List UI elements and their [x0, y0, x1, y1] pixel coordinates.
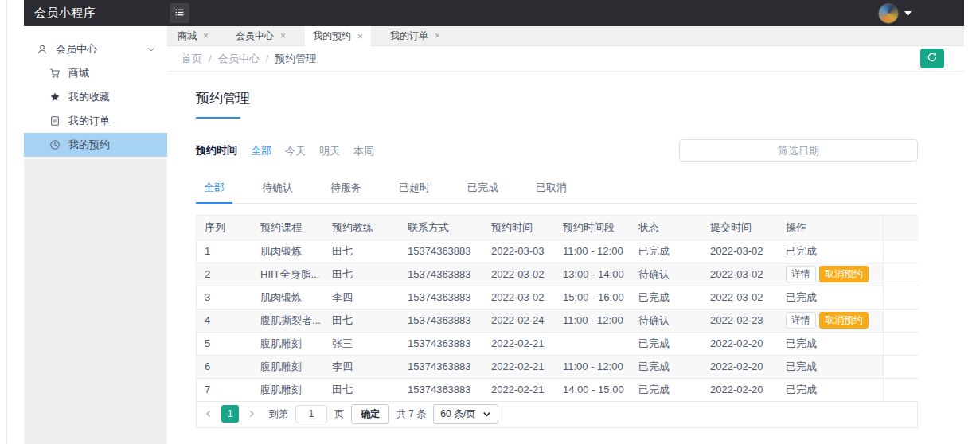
cell-status: 已完成	[631, 378, 702, 401]
page-edge-divider	[6, 0, 7, 444]
cell-status: 已完成	[631, 240, 702, 263]
refresh-button[interactable]	[920, 49, 944, 68]
cell-filler	[883, 263, 919, 286]
status-tab-0[interactable]: 全部	[196, 174, 232, 204]
cell-course: 腹肌雕刻	[252, 355, 324, 378]
page-size-select[interactable]: 60 条/页	[433, 404, 498, 424]
sidebar-toggle-button[interactable]	[170, 3, 189, 23]
main-area: 商城×会员中心×我的预约×我的订单× 首页/会员中心/预约管理 预约管理	[167, 26, 964, 444]
sidebar-item-3[interactable]: 我的订单	[24, 109, 167, 133]
tab-3[interactable]: 我的订单×	[382, 26, 448, 45]
column-header-6: 状态	[631, 216, 702, 240]
sidebar-item-0[interactable]: 会员中心	[24, 37, 167, 61]
cell-coach: 田七	[324, 240, 400, 263]
cell-course: 肌肉锻炼	[252, 286, 324, 309]
chevron-down-icon	[146, 45, 156, 54]
status-tab-2[interactable]: 待服务	[322, 174, 369, 204]
sidebar-item-label: 我的订单	[68, 114, 110, 128]
breadcrumb-item-0[interactable]: 首页	[182, 52, 202, 66]
status-tab-3[interactable]: 已超时	[391, 174, 438, 204]
avatar[interactable]	[878, 3, 899, 24]
tab-close-icon[interactable]: ×	[203, 31, 209, 41]
prev-page-button[interactable]	[203, 405, 214, 423]
tab-close-icon[interactable]: ×	[435, 31, 440, 41]
refresh-icon	[927, 52, 938, 65]
cell-date: 2022-02-21	[483, 332, 555, 355]
cell-status: 已完成	[631, 332, 702, 355]
column-header-5: 预约时间段	[555, 216, 631, 240]
cell-phone: 15374363883	[400, 263, 483, 286]
tab-0[interactable]: 商城×	[170, 26, 217, 45]
page-content: 预约管理 预约时间 全部今天明天本周 全部待确认待服务已超时已完成已取消 序列预…	[167, 72, 964, 444]
cell-status: 已完成	[631, 355, 702, 378]
sidebar-item-2[interactable]: 我的收藏	[24, 85, 167, 109]
cell-coach: 张三	[324, 332, 400, 355]
table-header-row: 序列预约课程预约教练联系方式预约时间预约时间段状态提交时间操作	[197, 216, 919, 240]
screen: 会员小程序 会员中心商城我的收藏我的订单我的预约 商城×会员中心×我的预约×我的…	[0, 0, 980, 444]
cell-filler	[883, 286, 919, 309]
column-header-2: 预约教练	[324, 216, 400, 240]
cell-submit-time: 2022-02-20	[702, 332, 778, 355]
breadcrumb: 首页/会员中心/预约管理	[182, 52, 316, 66]
cancel-booking-button[interactable]: 取消预约	[819, 312, 869, 329]
time-filter-label: 预约时间	[196, 143, 237, 158]
tab-label: 我的订单	[390, 29, 428, 43]
sidebar-item-1[interactable]: 商城	[24, 61, 167, 85]
cell-seq: 5	[197, 332, 252, 355]
cell-phone: 15374363883	[400, 240, 483, 263]
status-tab-4[interactable]: 已完成	[459, 174, 506, 204]
table-row-2: 2HIIT全身脂...田七153743638832022-03-0213:00 …	[197, 263, 919, 286]
sidebar-item-label: 商城	[68, 66, 89, 80]
detail-button[interactable]: 详情	[786, 312, 816, 329]
tab-2[interactable]: 我的预约×	[305, 26, 371, 46]
cell-operation: 详情取消预约删除	[778, 263, 883, 286]
page-jump-input[interactable]	[295, 405, 327, 423]
time-filter-option-1[interactable]: 今天	[285, 145, 306, 157]
cell-operation: 已完成	[778, 286, 883, 309]
cell-date: 2022-02-24	[483, 309, 555, 332]
time-filter-option-3[interactable]: 本周	[353, 145, 374, 157]
cell-coach: 李四	[324, 286, 400, 309]
column-header-0: 序列	[197, 216, 252, 240]
table-row-1: 1肌肉锻炼田七153743638832022-03-0311:00 - 12:0…	[197, 240, 919, 263]
page-unit-label: 页	[334, 407, 344, 421]
confirm-button[interactable]: 确定	[351, 404, 389, 424]
cell-phone: 15374363883	[400, 332, 483, 355]
page-number-button[interactable]: 1	[221, 405, 239, 423]
time-filter-option-2[interactable]: 明天	[319, 145, 340, 157]
cart-icon	[49, 68, 61, 80]
page-title: 预约管理	[196, 89, 918, 107]
column-header-filler	[883, 216, 919, 240]
clock-icon	[49, 139, 61, 151]
tab-close-icon[interactable]: ×	[357, 32, 363, 41]
cell-timeslot: 11:00 - 12:00	[555, 240, 631, 263]
cell-status: 待确认	[631, 263, 702, 286]
sidebar-item-4[interactable]: 我的预约	[24, 133, 167, 157]
total-count-label: 共 7 条	[396, 407, 426, 421]
date-filter-input[interactable]	[679, 139, 918, 162]
tab-label: 我的预约	[313, 29, 351, 43]
tab-close-icon[interactable]: ×	[280, 31, 286, 41]
detail-button[interactable]: 详情	[786, 266, 816, 282]
cell-operation: 已完成	[778, 240, 883, 263]
cell-seq: 6	[197, 355, 252, 378]
status-tab-5[interactable]: 已取消	[528, 174, 575, 204]
next-page-button[interactable]	[246, 405, 257, 423]
cell-submit-time: 2022-02-23	[702, 309, 778, 332]
cell-operation: 已完成	[778, 355, 883, 378]
cancel-booking-button[interactable]: 取消预约	[819, 266, 869, 282]
breadcrumb-item-1[interactable]: 会员中心	[218, 52, 260, 66]
cell-timeslot: 13:00 - 14:00	[555, 263, 631, 286]
sidebar: 会员中心商城我的收藏我的订单我的预约	[24, 26, 167, 444]
breadcrumb-separator: /	[266, 53, 269, 64]
hamburger-icon	[174, 7, 185, 20]
cell-filler	[883, 378, 919, 401]
cell-status: 已完成	[631, 286, 702, 309]
status-tab-1[interactable]: 待确认	[254, 174, 301, 204]
time-filter-option-0[interactable]: 全部	[251, 145, 271, 157]
column-header-4: 预约时间	[483, 216, 555, 240]
caret-down-icon[interactable]	[904, 11, 912, 16]
star-icon	[49, 92, 61, 103]
tab-1[interactable]: 会员中心×	[228, 26, 294, 45]
cell-submit-time: 2022-03-02	[702, 286, 778, 309]
